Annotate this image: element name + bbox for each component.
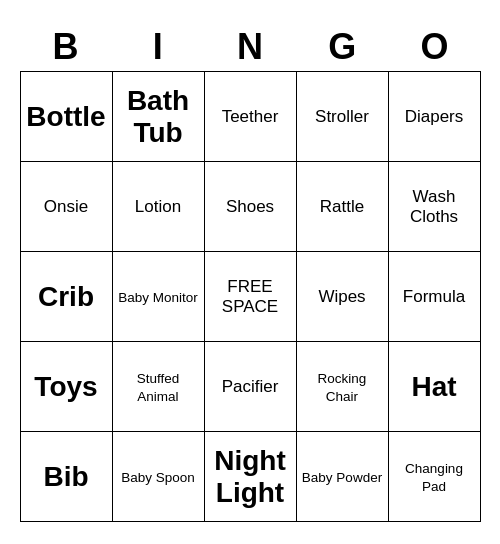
bingo-cell: Stuffed Animal [112,342,204,432]
bingo-cell: Hat [388,342,480,432]
bingo-row: ToysStuffed AnimalPacifierRocking ChairH… [20,342,480,432]
bingo-cell: Baby Powder [296,432,388,522]
bingo-row: CribBaby MonitorFREE SPACEWipesFormula [20,252,480,342]
bingo-header: BINGO [20,22,481,72]
bingo-cell: Wash Cloths [388,162,480,252]
bingo-cell: Wipes [296,252,388,342]
bingo-cell: Shoes [204,162,296,252]
bingo-cell: Diapers [388,72,480,162]
bingo-cell: Baby Spoon [112,432,204,522]
header-letter: B [20,22,112,72]
bingo-cell: Night Light [204,432,296,522]
bingo-cell: Formula [388,252,480,342]
header-letter: O [388,22,480,72]
bingo-cell: Bath Tub [112,72,204,162]
bingo-cell: Crib [20,252,112,342]
bingo-row: OnsieLotionShoesRattleWash Cloths [20,162,480,252]
bingo-cell: FREE SPACE [204,252,296,342]
bingo-cell: Stroller [296,72,388,162]
bingo-row: BibBaby SpoonNight LightBaby PowderChang… [20,432,480,522]
bingo-cell: Rattle [296,162,388,252]
bingo-cell: Pacifier [204,342,296,432]
bingo-cell: Baby Monitor [112,252,204,342]
bingo-cell: Rocking Chair [296,342,388,432]
bingo-cell: Bottle [20,72,112,162]
bingo-row: BottleBath TubTeetherStrollerDiapers [20,72,480,162]
bingo-cell: Onsie [20,162,112,252]
bingo-cell: Teether [204,72,296,162]
header-letter: G [296,22,388,72]
bingo-table: BottleBath TubTeetherStrollerDiapersOnsi… [20,72,481,523]
header-letter: I [112,22,204,72]
bingo-cell: Lotion [112,162,204,252]
bingo-cell: Toys [20,342,112,432]
bingo-cell: Changing Pad [388,432,480,522]
bingo-cell: Bib [20,432,112,522]
header-letter: N [204,22,296,72]
